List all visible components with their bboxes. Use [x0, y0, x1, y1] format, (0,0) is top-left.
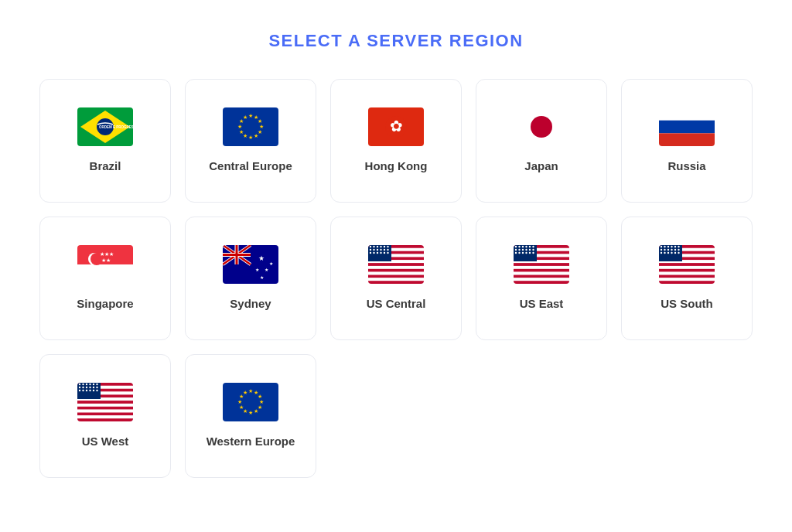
svg-rect-86	[514, 269, 569, 272]
svg-rect-151	[77, 410, 133, 413]
svg-text:★: ★	[239, 129, 244, 135]
svg-text:★: ★	[237, 124, 242, 129]
svg-point-125	[664, 246, 665, 247]
svg-rect-90	[514, 281, 569, 284]
svg-point-171	[89, 390, 90, 391]
flag-us-south	[659, 245, 715, 284]
svg-point-128	[674, 246, 676, 247]
svg-text:★: ★	[248, 113, 253, 118]
svg-rect-57	[368, 278, 424, 281]
svg-text:★: ★	[269, 261, 273, 266]
svg-rect-52	[368, 263, 424, 266]
svg-text:★: ★	[258, 394, 262, 399]
svg-text:★: ★	[248, 388, 253, 394]
svg-point-136	[661, 252, 662, 254]
region-label-japan: Japan	[524, 159, 558, 174]
svg-point-157	[82, 384, 84, 385]
svg-point-60	[370, 246, 371, 247]
svg-text:★: ★	[248, 410, 253, 415]
svg-text:★: ★	[259, 124, 264, 129]
svg-point-74	[377, 252, 378, 254]
svg-point-172	[93, 390, 94, 391]
svg-rect-24	[659, 134, 715, 147]
svg-rect-119	[659, 272, 715, 275]
svg-point-160	[93, 384, 94, 385]
svg-point-159	[89, 384, 90, 385]
svg-text:★: ★	[254, 408, 258, 414]
region-card-sydney[interactable]: ★ ★ ★ ★ ★ Sydney	[185, 217, 316, 340]
flag-us-west	[77, 383, 133, 421]
region-label-sydney: Sydney	[230, 296, 271, 312]
svg-point-77	[387, 252, 388, 254]
region-label-russia: Russia	[667, 159, 705, 174]
svg-text:★: ★	[260, 275, 264, 280]
svg-point-109	[532, 252, 534, 254]
svg-text:★: ★	[265, 268, 268, 272]
flag-central-europe: ★★★★★★★★★★★★	[223, 107, 278, 146]
region-card-singapore[interactable]: ★★★ ★★ Singapore	[39, 217, 171, 340]
svg-point-21	[531, 116, 552, 138]
svg-point-130	[661, 249, 662, 251]
region-label-western-europe: Western Europe	[207, 434, 295, 449]
svg-point-129	[678, 246, 679, 247]
flag-japan	[514, 107, 569, 146]
svg-rect-26	[77, 264, 133, 284]
svg-rect-89	[514, 278, 569, 281]
svg-point-124	[661, 246, 662, 247]
svg-text:★★★: ★★★	[100, 251, 114, 257]
region-card-us-central[interactable]: US Central	[330, 217, 462, 340]
svg-rect-120	[659, 275, 715, 278]
svg-text:★: ★	[237, 399, 242, 404]
region-grid: ORDEM E PROGRESSO Brazil ★★★★★★★★★★★★ Ce…	[39, 79, 753, 478]
svg-point-68	[377, 249, 378, 251]
svg-point-101	[525, 249, 527, 251]
region-label-brazil: Brazil	[90, 159, 121, 174]
region-card-western-europe[interactable]: ★★★★★★★★★★★★ Western Europe	[185, 354, 316, 478]
svg-rect-84	[514, 263, 569, 266]
svg-rect-150	[77, 407, 133, 410]
region-card-japan[interactable]: Japan	[476, 79, 607, 203]
svg-point-99	[518, 249, 520, 251]
flag-sydney: ★ ★ ★ ★ ★	[223, 245, 278, 284]
svg-point-95	[525, 246, 527, 247]
svg-point-164	[86, 387, 87, 388]
svg-rect-56	[368, 275, 424, 278]
svg-point-158	[86, 384, 87, 385]
region-card-brazil[interactable]: ORDEM E PROGRESSO Brazil	[39, 79, 171, 203]
svg-point-169	[82, 390, 84, 391]
region-card-us-east[interactable]: US East	[476, 217, 607, 340]
region-card-us-west[interactable]: US West	[39, 354, 171, 478]
svg-point-126	[667, 246, 669, 247]
svg-point-76	[384, 252, 385, 254]
svg-point-102	[529, 249, 531, 251]
flag-us-east	[514, 245, 569, 284]
svg-text:★: ★	[258, 404, 262, 410]
svg-text:★: ★	[254, 133, 258, 138]
svg-point-69	[380, 249, 381, 251]
svg-point-133	[671, 249, 672, 251]
svg-point-170	[86, 390, 87, 391]
svg-point-132	[667, 249, 669, 251]
region-card-russia[interactable]: Russia	[621, 79, 753, 203]
region-card-us-south[interactable]: US South	[621, 217, 753, 340]
svg-point-64	[384, 246, 385, 247]
svg-text:★: ★	[259, 399, 264, 404]
svg-rect-148	[77, 401, 133, 404]
region-card-hong-kong[interactable]: ✿ Hong Kong	[330, 79, 462, 203]
svg-point-65	[387, 246, 388, 247]
svg-point-165	[89, 387, 90, 388]
svg-point-103	[532, 249, 534, 251]
svg-point-140	[674, 252, 676, 254]
svg-point-156	[79, 384, 80, 385]
region-card-central-europe[interactable]: ★★★★★★★★★★★★ Central Europe	[185, 79, 316, 203]
svg-point-108	[529, 252, 531, 254]
svg-text:★: ★	[258, 254, 265, 262]
svg-rect-117	[659, 266, 715, 269]
svg-text:★: ★	[255, 268, 259, 272]
svg-point-75	[380, 252, 381, 254]
svg-point-97	[532, 246, 534, 247]
svg-text:ORDEM E PROGRESSO: ORDEM E PROGRESSO	[99, 125, 133, 129]
svg-point-107	[525, 252, 527, 254]
svg-rect-118	[659, 269, 715, 272]
svg-text:★: ★	[258, 129, 262, 135]
